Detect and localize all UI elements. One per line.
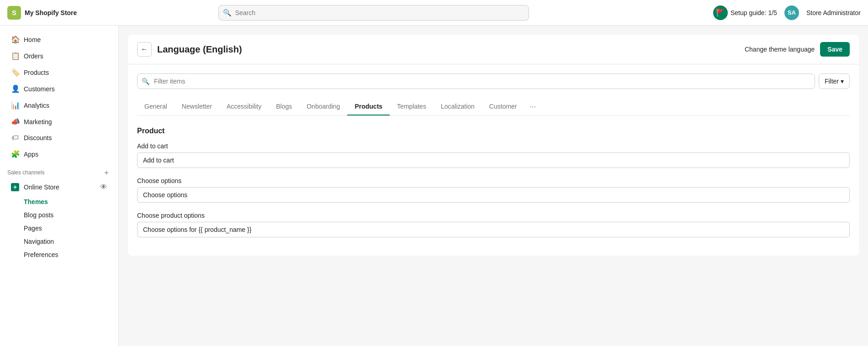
tab-customer[interactable]: Customer <box>482 98 524 115</box>
back-button[interactable]: ← <box>137 42 152 57</box>
sales-channels-label: Sales channels <box>7 169 44 176</box>
marketing-icon: 📣 <box>11 117 19 126</box>
sidebar-item-label: Apps <box>24 151 38 158</box>
sidebar-item-marketing[interactable]: 📣 Marketing <box>4 114 115 130</box>
flag-icon: 🚩 <box>713 5 728 20</box>
sidebar: 🏠 Home 📋 Orders 🏷️ Products 👤 Customers … <box>0 26 119 346</box>
layout: 🏠 Home 📋 Orders 🏷️ Products 👤 Customers … <box>0 26 868 346</box>
field-label-choose-options: Choose options <box>137 177 850 184</box>
sub-item-label: Blog posts <box>24 211 53 219</box>
avatar[interactable]: SA <box>784 5 799 20</box>
form-field-add-to-cart: Add to cart <box>137 142 850 168</box>
form-field-choose-product-options: Choose product options <box>137 212 850 237</box>
sidebar-item-analytics[interactable]: 📊 Analytics <box>4 97 115 113</box>
online-store-label: Online Store <box>24 183 59 191</box>
avatar-initials: SA <box>788 9 796 16</box>
search-input[interactable] <box>218 5 529 21</box>
filter-button-label: Filter <box>825 78 839 85</box>
analytics-icon: 📊 <box>11 101 19 110</box>
change-theme-language-link[interactable]: Change theme language <box>745 46 815 53</box>
sales-channels-section: Sales channels ＋ <box>0 163 118 179</box>
field-input-add-to-cart[interactable] <box>137 152 850 168</box>
tab-general[interactable]: General <box>137 98 175 115</box>
home-icon: 🏠 <box>11 35 19 44</box>
sidebar-item-label: Marketing <box>24 118 52 126</box>
add-sales-channel-button[interactable]: ＋ <box>102 168 111 177</box>
form-section-title: Product <box>137 127 850 135</box>
field-label-choose-product-options: Choose product options <box>137 212 850 219</box>
tab-templates[interactable]: Templates <box>390 98 434 115</box>
sidebar-item-home[interactable]: 🏠 Home <box>4 31 115 47</box>
tab-accessibility[interactable]: Accessibility <box>219 98 269 115</box>
eye-icon: 👁 <box>100 183 107 191</box>
page-title: Language (English) <box>157 44 242 55</box>
tab-onboarding[interactable]: Onboarding <box>299 98 347 115</box>
sidebar-item-orders[interactable]: 📋 Orders <box>4 48 115 64</box>
filter-input-wrapper: 🔍 <box>137 73 815 89</box>
page-header-left: ← Language (English) <box>137 42 242 57</box>
store-name: My Shopify Store <box>25 9 77 16</box>
setup-guide[interactable]: 🚩 Setup guide: 1/5 <box>713 5 777 20</box>
save-button[interactable]: Save <box>820 42 850 57</box>
field-input-choose-product-options[interactable] <box>137 222 850 237</box>
sidebar-item-products[interactable]: 🏷️ Products <box>4 64 115 80</box>
top-header: S My Shopify Store 🔍 🚩 Setup guide: 1/5 … <box>0 0 868 26</box>
store-logo-area: S My Shopify Store <box>7 6 126 20</box>
products-icon: 🏷️ <box>11 68 19 77</box>
sidebar-sub-item-blog-posts[interactable]: Blog posts <box>4 209 115 221</box>
tabs: General Newsletter Accessibility Blogs O… <box>137 98 850 116</box>
sub-item-label: Themes <box>24 198 48 205</box>
admin-name: Store Administrator <box>806 9 861 16</box>
sidebar-item-label: Discounts <box>24 134 52 142</box>
sidebar-item-apps[interactable]: 🧩 Apps <box>4 146 115 162</box>
sub-item-label: Preferences <box>24 251 58 258</box>
sidebar-sub-item-themes[interactable]: Themes <box>4 195 115 208</box>
filter-row: 🔍 Filter ▾ <box>137 73 850 89</box>
search-bar: 🔍 <box>218 5 529 21</box>
online-store-icon <box>11 183 19 191</box>
online-store-parent[interactable]: Online Store 👁 <box>4 179 115 195</box>
setup-guide-label: Setup guide: 1/5 <box>730 9 777 16</box>
orders-icon: 📋 <box>11 52 19 60</box>
form-field-choose-options: Choose options <box>137 177 850 203</box>
filter-input[interactable] <box>137 73 815 89</box>
sidebar-sub-item-pages[interactable]: Pages <box>4 222 115 235</box>
sidebar-sub-item-preferences[interactable]: Preferences <box>4 248 115 261</box>
page-header-right: Change theme language Save <box>745 42 850 57</box>
content-card: 🔍 Filter ▾ General Newsletter Accessibil… <box>128 64 859 256</box>
sidebar-sub-item-navigation[interactable]: Navigation <box>4 235 115 248</box>
sidebar-item-label: Products <box>24 69 49 76</box>
discounts-icon: 🏷 <box>11 134 19 142</box>
tab-products[interactable]: Products <box>347 98 390 115</box>
main-content: ← Language (English) Change theme langua… <box>119 26 868 346</box>
filter-search-icon: 🔍 <box>142 78 149 85</box>
tab-newsletter[interactable]: Newsletter <box>175 98 219 115</box>
tab-more-button[interactable]: ··· <box>524 98 541 115</box>
field-label-add-to-cart: Add to cart <box>137 142 850 150</box>
page-header: ← Language (English) Change theme langua… <box>128 35 859 64</box>
svg-text:S: S <box>12 9 16 16</box>
header-right: 🚩 Setup guide: 1/5 SA Store Administrato… <box>713 5 861 20</box>
shopify-logo-icon: S <box>7 6 21 20</box>
sidebar-item-label: Orders <box>24 52 43 60</box>
filter-dropdown-button[interactable]: Filter ▾ <box>819 73 850 89</box>
customers-icon: 👤 <box>11 84 19 93</box>
field-input-choose-options[interactable] <box>137 187 850 203</box>
sidebar-item-label: Customers <box>24 85 55 93</box>
search-icon: 🔍 <box>223 9 232 17</box>
filter-chevron-icon: ▾ <box>841 78 844 85</box>
tab-localization[interactable]: Localization <box>434 98 482 115</box>
sub-item-label: Navigation <box>24 238 54 245</box>
sidebar-item-discounts[interactable]: 🏷 Discounts <box>4 130 115 146</box>
tab-blogs[interactable]: Blogs <box>269 98 299 115</box>
sidebar-item-customers[interactable]: 👤 Customers <box>4 81 115 97</box>
sub-item-label: Pages <box>24 225 42 232</box>
sidebar-item-label: Home <box>24 36 41 43</box>
online-store-left: Online Store <box>11 183 59 191</box>
sidebar-item-label: Analytics <box>24 102 49 109</box>
apps-icon: 🧩 <box>11 150 19 158</box>
